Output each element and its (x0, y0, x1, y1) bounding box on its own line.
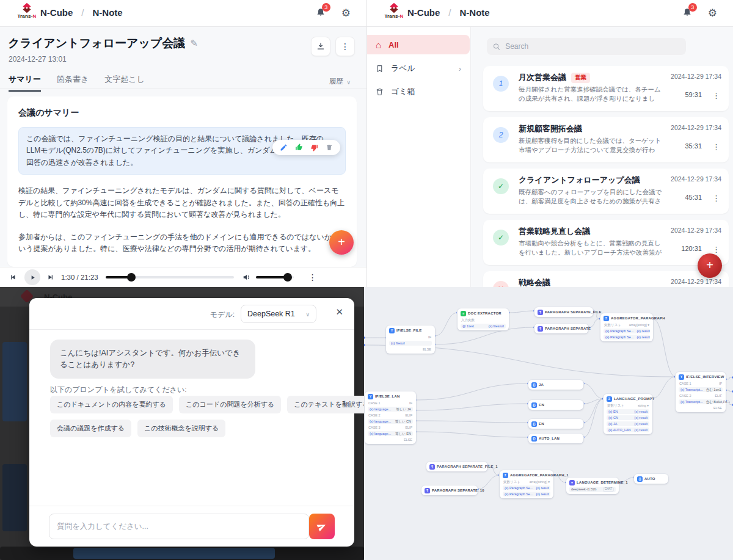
search-input[interactable] (505, 42, 680, 51)
node-row: ELSE (389, 347, 432, 352)
gear-icon[interactable] (708, 8, 717, 18)
workflow-node-aggregator-paragraph-1[interactable]: ΣAGGREGATOR_PARAGRAPH_1変数リストarray[string… (500, 470, 553, 498)
breadcrumb: N-Cube / N-Note (407, 7, 490, 18)
breadcrumb: N-Cube / N-Note (40, 7, 123, 18)
search-icon (493, 43, 500, 51)
node-row: 変数リストarray[string] ▾ (503, 479, 550, 484)
add-meeting-fab[interactable] (698, 253, 722, 278)
workflow-node-if-else-file[interactable]: YIF/ELSE_FILEIF{x} file/urlELSE (386, 325, 435, 354)
workflow-node-if-else-lan[interactable]: YIF/ELSE_LANCASE 1IF{x} language...等しい J… (365, 391, 416, 444)
notifications-button[interactable]: 3 (316, 7, 326, 19)
item-menu-button[interactable] (712, 244, 720, 255)
ifelse-node-icon: Y (389, 328, 395, 333)
sidebar-item-trash[interactable]: ゴミ箱 (367, 82, 470, 101)
more-options-button[interactable] (335, 37, 355, 56)
node-row: CASE 1IF (679, 381, 723, 386)
workflow-node-auto[interactable]: {}AUTO (634, 474, 668, 484)
highlighted-paragraph[interactable]: この会議では、ファインチューニング検証の目的と結果について議論されました。既存の… (18, 127, 346, 175)
workflow-node-paragraph-separate-file[interactable]: ¶PARAGRAPH SEPARATE_FILE (534, 307, 593, 317)
chevron-down-icon (305, 310, 310, 318)
prompt-chip[interactable]: このテキストを翻訳する (287, 396, 364, 413)
workflow-node-cn[interactable]: {}CN (528, 400, 583, 410)
agg-node-icon: Σ (604, 316, 609, 321)
agg-node-icon: Σ (607, 396, 612, 402)
trans-n-logo-icon (388, 2, 400, 13)
breadcrumb-separator: / (448, 7, 451, 18)
skip-next-button[interactable] (46, 273, 55, 282)
breadcrumb-app[interactable]: N-Cube (407, 7, 440, 18)
thumbs-up-button[interactable] (295, 144, 303, 151)
workflow-node-language-determine-1[interactable]: ●LANGUAGE_DETERMINE_1deepseek-r1:32bCHAT (566, 478, 619, 494)
node-row: {x} language...等しい CN (368, 419, 413, 424)
workflow-node-paragraph-separate[interactable]: ¶PARAGRAPH SEPARATE (534, 324, 588, 333)
edit-paragraph-button[interactable] (280, 144, 288, 151)
workflow-screen[interactable]: YIF/ELSE_FILEIF{x} file/urlELSE≡DOC EXTR… (364, 287, 733, 560)
skip-previous-button[interactable] (9, 273, 17, 282)
node-label: IF/ELSE_FILE (396, 329, 421, 332)
workflow-node-auto-lan[interactable]: {}AUTO_LAN (528, 434, 583, 443)
node-row: {x} Transcript...含む 1on1 (679, 387, 723, 392)
meeting-list-item[interactable]: 戦略会議 2024-12-29 17:34 (483, 271, 729, 287)
para-node-icon: ¶ (425, 488, 430, 493)
node-label: EN (539, 422, 544, 426)
bookmark-icon (376, 65, 384, 73)
workflow-node-aggregator-paragraph[interactable]: ΣAGGREGATOR_PARAGRAPH変数リストarray[string] … (600, 313, 653, 341)
gear-icon[interactable] (341, 8, 351, 18)
item-menu-button[interactable] (712, 141, 720, 152)
add-note-fab[interactable] (329, 230, 354, 255)
breadcrumb-page[interactable]: N-Note (93, 7, 123, 18)
meeting-list-item[interactable]: クライアントフォローアップ会議 2024-12-29 17:34 既存顧客へのフ… (483, 169, 729, 214)
send-button[interactable] (309, 514, 335, 539)
workflow-node-ja[interactable]: {}JA (528, 380, 583, 390)
close-icon[interactable] (335, 307, 343, 318)
question-input[interactable] (49, 514, 309, 539)
thumbs-down-button[interactable] (310, 144, 318, 151)
node-label: DOC EXTRACTOR (468, 311, 501, 315)
node-row: {x} language...等しい JA (368, 407, 413, 412)
seek-slider[interactable] (106, 276, 234, 278)
search-bar[interactable] (487, 38, 686, 55)
player-menu-button[interactable] (308, 272, 317, 282)
workflow-node-paragraph-separate-file-1[interactable]: ¶PARAGRAPH SEPARATE_FILE_1 (426, 462, 487, 471)
sidebar-item-all[interactable]: All (367, 35, 470, 54)
node-row: {x} EN{x} result (607, 409, 649, 414)
download-button[interactable] (311, 37, 330, 56)
breadcrumb-page[interactable]: N-Note (460, 7, 490, 18)
workflow-node-language-prompt[interactable]: ΣLANGUAGE_PROMPT変数リストstring ▾{x} EN{x} r… (604, 394, 652, 434)
app-header: Trans-N N-Cube / N-Note 3 (0, 0, 366, 27)
playback-time: 1:30 / 21:23 (61, 274, 98, 281)
workflow-node-paragraph-separate-10[interactable]: ¶PARAGRAPH SEPARATE_10 (421, 485, 478, 495)
brand-logo[interactable]: Trans-N (378, 2, 410, 19)
delete-paragraph-button[interactable] (326, 144, 333, 151)
modal-header: モデル: DeepSeek R1 (29, 298, 354, 330)
node-row: 変数リストarray[string] ▾ (604, 322, 650, 327)
chevron-right-icon (459, 64, 461, 73)
prompt-chip[interactable]: このコードの問題を分析する (179, 396, 281, 413)
brand-logo[interactable]: Trans-N (11, 2, 43, 19)
play-button[interactable] (24, 269, 40, 285)
history-dropdown[interactable]: 履歴 (329, 76, 351, 87)
prompt-chip[interactable]: このドキュメントの内容を要約する (50, 396, 173, 413)
sidebar-item-labels[interactable]: ラベル (367, 59, 470, 78)
item-menu-button[interactable] (712, 90, 720, 101)
volume-icon[interactable] (243, 273, 251, 282)
breadcrumb-app[interactable]: N-Cube (40, 7, 73, 18)
download-icon (316, 42, 325, 51)
item-menu-button[interactable] (712, 192, 720, 203)
workflow-node-if-else-interview[interactable]: YIF/ELSE_INTERVIEWCASE 1IF{x} Transcript… (676, 372, 726, 412)
notifications-button[interactable]: 3 (682, 7, 692, 19)
volume-slider[interactable] (256, 276, 294, 278)
brand-text: Trans-N (378, 13, 410, 19)
send-icon (315, 520, 328, 533)
page-title: クライアントフォローアップ会議 (8, 35, 185, 51)
prompt-chip[interactable]: この技術概念を説明する (137, 420, 225, 437)
workflow-node-en[interactable]: {}EN (528, 419, 583, 429)
node-row: 入力変数 (461, 318, 506, 322)
model-select[interactable]: DeepSeek R1 (241, 305, 316, 323)
prompt-chip[interactable]: 会議の議題を作成する (50, 420, 131, 437)
meeting-list-item[interactable]: 営業戦略見直し会議 2024-12-29 17:34 市場動向や競合分析をもとに… (483, 220, 729, 265)
workflow-node-doc-extractor[interactable]: ≡DOC EXTRACTOR入力変数@ 1text{x} files/url (458, 308, 509, 330)
edit-title-icon[interactable] (190, 38, 198, 49)
meeting-list-item[interactable]: 2 新規顧客開拓会議 2024-12-29 17:34 新規顧客獲得を目的にした… (483, 117, 729, 162)
meeting-list-item[interactable]: 1 月次営業会議営業 2024-12-29 17:34 毎月開催された営業進捗確… (483, 66, 729, 111)
